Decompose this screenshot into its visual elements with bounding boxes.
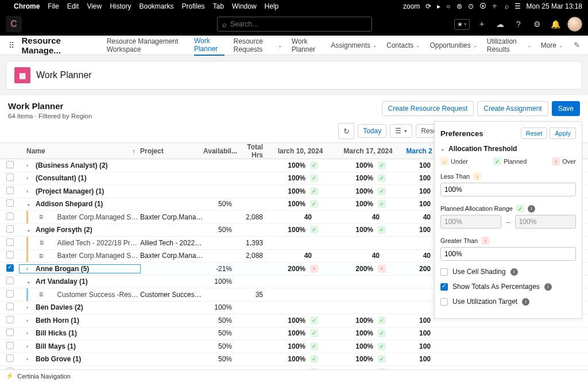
util-target-checkbox[interactable] [440, 298, 448, 306]
mac-menu-window[interactable]: Window [232, 2, 257, 10]
row-checkbox[interactable] [6, 342, 14, 349]
col-date-2[interactable]: March 17, 2024 [334, 147, 402, 155]
mac-menu-tab[interactable]: Tab [213, 2, 224, 10]
row-checkbox[interactable] [6, 251, 14, 258]
mac-menu-history[interactable]: History [110, 2, 131, 10]
user-avatar[interactable] [567, 17, 582, 32]
row-checkbox[interactable] [6, 161, 14, 168]
create-assignment-button[interactable]: Create Assignment [477, 101, 548, 116]
check-icon: ✓ [378, 342, 386, 350]
mac-menu-view[interactable]: View [87, 2, 102, 10]
save-button[interactable]: Save [552, 101, 580, 116]
nav-tab-2[interactable]: Resource Requests⌄ [234, 35, 283, 56]
footer-nav-label[interactable]: Certinia Navigation [17, 373, 71, 380]
row-checkbox[interactable] [6, 187, 14, 194]
view-toggle[interactable]: ☰ ▾ [390, 124, 412, 138]
nav-tab-7[interactable]: Utilization Results⌄ [487, 35, 532, 56]
edit-nav-icon[interactable]: ✎ [570, 41, 583, 49]
col-date-3[interactable]: March 2 [402, 147, 436, 155]
expand-icon[interactable]: ⌄ [26, 279, 32, 284]
spotlight-icon[interactable]: ⌕ [505, 2, 509, 10]
pref-apply-button[interactable]: Apply [550, 128, 576, 139]
row-checkbox[interactable] [6, 290, 14, 298]
control-center-icon[interactable]: ☰ [514, 2, 521, 10]
row-checkbox[interactable] [6, 173, 14, 181]
resource-row[interactable]: ›Bill Hicks (1)50%100%✓100%✓100 [0, 327, 588, 341]
col-availability[interactable]: Availabil... [203, 147, 235, 155]
less-than-input[interactable] [440, 183, 576, 196]
chevron-down-icon: ⌄ [473, 43, 478, 48]
expand-icon[interactable]: › [26, 266, 32, 272]
row-checkbox[interactable] [6, 225, 14, 233]
mac-menu-bookmarks[interactable]: Bookmarks [140, 2, 174, 10]
mac-menu-help[interactable]: Help [265, 2, 279, 10]
col-total-hrs[interactable]: Total Hrs [235, 143, 266, 159]
refresh-button[interactable]: ↻ [338, 123, 354, 139]
section-allocation-threshold[interactable]: ⌄ Allocation Threshold [440, 145, 576, 153]
nav-tab-8[interactable]: More⌄ [541, 35, 563, 56]
mac-menu-edit[interactable]: Edit [67, 2, 79, 10]
row-checkbox[interactable] [6, 264, 14, 272]
col-name[interactable]: Name [26, 147, 45, 155]
expand-icon[interactable]: › [26, 175, 32, 181]
info-icon[interactable]: i [510, 268, 518, 276]
mac-menu-file[interactable]: File [48, 2, 59, 10]
footer: ⚡ Certinia Navigation [0, 369, 588, 382]
search-input[interactable] [230, 20, 367, 28]
nav-tab-1[interactable]: Work Planner [194, 35, 225, 56]
check-icon: ✓ [378, 355, 386, 363]
global-search[interactable]: ⌕ [217, 17, 372, 32]
create-request-button[interactable]: Create Resource Request [382, 101, 474, 116]
row-checkbox[interactable] [6, 213, 14, 220]
planner-meta: 64 items · Filtered by Region [8, 113, 92, 119]
nav-tab-5[interactable]: Contacts⌄ [386, 35, 420, 56]
expand-icon[interactable]: › [26, 318, 32, 323]
doc-icon: 🗎 [38, 291, 44, 298]
check-icon: ✓ [310, 342, 318, 350]
expand-icon[interactable]: ⌄ [26, 227, 32, 233]
nav-tab-6[interactable]: Opportunities⌄ [430, 35, 477, 56]
range-high-input [515, 215, 576, 229]
app-launcher-icon[interactable]: ⠿ [5, 41, 18, 50]
row-checkbox[interactable] [6, 316, 14, 323]
row-checkbox[interactable] [6, 303, 14, 310]
expand-icon[interactable]: › [26, 344, 32, 349]
pref-reset-button[interactable]: Reset [521, 128, 548, 139]
expand-icon[interactable]: ⌄ [26, 201, 32, 207]
expand-icon[interactable]: › [26, 330, 32, 336]
info-icon[interactable]: i [544, 283, 552, 291]
row-checkbox[interactable] [6, 277, 14, 284]
expand-icon[interactable]: › [26, 188, 32, 194]
row-checkbox[interactable] [6, 354, 14, 362]
info-icon[interactable]: i [522, 298, 529, 306]
nav-tab-0[interactable]: Resource Management Workspace [107, 35, 185, 56]
row-checkbox[interactable] [6, 199, 14, 207]
resource-row[interactable]: ›Bill Mays (1)50%100%✓100%✓100 [0, 340, 588, 353]
page-title-band: ▦ Work Planner [6, 61, 582, 90]
help-icon[interactable]: ? [512, 18, 525, 30]
gear-icon[interactable]: ⚙ [531, 18, 543, 30]
bell-icon[interactable]: 🔔 [549, 18, 562, 30]
nav-tab-4[interactable]: Assignments⌄ [331, 35, 377, 56]
show-totals-checkbox[interactable] [440, 283, 448, 291]
expand-icon[interactable]: › [26, 356, 32, 362]
favorites-button[interactable]: ★ ▾ [454, 19, 470, 30]
check-icon: ✓ [378, 200, 386, 208]
mac-menu-profiles[interactable]: Profiles [182, 2, 205, 10]
today-button[interactable]: Today [358, 124, 386, 138]
nav-tab-3[interactable]: Work Planner [292, 35, 322, 56]
col-project[interactable]: Project [140, 147, 203, 155]
row-checkbox[interactable] [6, 329, 14, 336]
greater-than-input[interactable] [440, 247, 576, 261]
cell-shading-checkbox[interactable] [440, 268, 448, 276]
cloud-icon[interactable]: ☁ [494, 18, 506, 30]
planned-icon: ✓ [493, 157, 501, 165]
resource-row[interactable]: ›Bob Grove (1)50%100%✓100%✓100 [0, 353, 588, 366]
row-checkbox[interactable] [6, 238, 14, 246]
expand-icon[interactable]: › [26, 304, 32, 310]
expand-icon[interactable]: › [26, 163, 32, 168]
info-icon[interactable]: i [528, 205, 535, 213]
mac-app[interactable]: Chrome [14, 2, 40, 10]
add-icon[interactable]: ＋ [475, 18, 488, 30]
col-date-1[interactable]: larch 10, 2024 [266, 147, 334, 155]
